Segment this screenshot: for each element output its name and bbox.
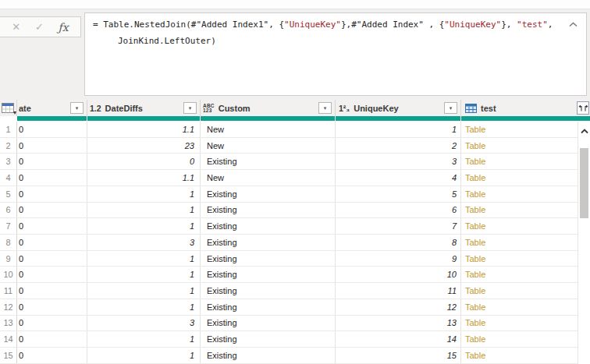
cell-custom[interactable]: New xyxy=(201,170,336,186)
row-number[interactable]: 14 xyxy=(0,331,17,347)
cell-ate[interactable]: 0 xyxy=(17,235,87,250)
cell-test-link[interactable]: Table xyxy=(461,122,590,137)
confirm-formula-button[interactable]: ✓ xyxy=(35,22,44,32)
cell-custom[interactable]: Existing xyxy=(201,283,336,299)
filter-button[interactable]: ▾ xyxy=(318,102,332,114)
cell-datediffs[interactable]: 23 xyxy=(87,138,201,154)
cell-uniquekey[interactable]: 14 xyxy=(336,331,461,347)
cell-uniquekey[interactable]: 1 xyxy=(336,122,461,137)
column-header-ate[interactable]: ate ▾ xyxy=(17,100,87,116)
cell-custom[interactable]: Existing xyxy=(201,316,336,331)
row-number[interactable]: 11 xyxy=(0,283,17,299)
cell-custom[interactable]: Existing xyxy=(201,203,336,218)
cell-datediffs[interactable]: 1 xyxy=(87,299,201,315)
cell-test-link[interactable]: Table xyxy=(461,203,590,218)
row-number[interactable]: 5 xyxy=(0,186,17,202)
fx-icon[interactable]: ƒx xyxy=(59,22,69,33)
cell-test-link[interactable]: Table xyxy=(461,186,590,202)
cell-test-link[interactable]: Table xyxy=(461,218,590,234)
select-all-button[interactable]: ▾ xyxy=(0,100,17,116)
cell-ate[interactable]: 0 xyxy=(17,316,87,331)
cell-test-link[interactable]: Table xyxy=(461,170,590,186)
row-number[interactable]: 7 xyxy=(0,218,17,234)
cell-datediffs[interactable]: 1 xyxy=(87,348,201,363)
cell-custom[interactable]: New xyxy=(201,138,336,154)
cell-uniquekey[interactable]: 15 xyxy=(336,348,461,363)
cancel-formula-button[interactable]: ✕ xyxy=(12,22,20,32)
column-header-test[interactable]: test xyxy=(461,100,590,116)
row-number[interactable]: 15 xyxy=(0,348,17,363)
cell-custom[interactable]: Existing xyxy=(201,251,336,267)
cell-custom[interactable]: Existing xyxy=(201,154,336,169)
cell-ate[interactable]: 0 xyxy=(17,251,87,267)
expand-column-button[interactable] xyxy=(577,101,589,115)
row-number[interactable]: 3 xyxy=(0,154,17,169)
cell-test-link[interactable]: Table xyxy=(461,299,590,315)
cell-ate[interactable]: 0 xyxy=(17,267,87,282)
cell-test-link[interactable]: Table xyxy=(461,251,590,267)
cell-datediffs[interactable]: 1 xyxy=(87,186,201,202)
row-number[interactable]: 10 xyxy=(0,267,17,282)
cell-test-link[interactable]: Table xyxy=(461,138,590,154)
row-number[interactable]: 4 xyxy=(0,170,17,186)
filter-button[interactable]: ▾ xyxy=(444,102,457,114)
cell-custom[interactable]: Existing xyxy=(201,348,336,363)
cell-datediffs[interactable]: 1 xyxy=(87,203,201,218)
cell-uniquekey[interactable]: 5 xyxy=(336,186,461,202)
cell-datediffs[interactable]: 1 xyxy=(87,267,201,282)
row-number[interactable]: 8 xyxy=(0,235,17,250)
cell-ate[interactable]: 0 xyxy=(17,348,87,363)
cell-custom[interactable]: Existing xyxy=(201,235,336,250)
cell-datediffs[interactable]: 3 xyxy=(87,235,201,250)
column-header-datediffs[interactable]: 1.2 DateDiffs ▾ xyxy=(87,100,201,116)
cell-ate[interactable]: 0 xyxy=(17,138,87,154)
cell-uniquekey[interactable]: 9 xyxy=(336,251,461,267)
cell-custom[interactable]: Existing xyxy=(201,331,336,347)
scrollbar-thumb[interactable] xyxy=(580,148,588,218)
cell-ate[interactable]: 0 xyxy=(17,203,87,218)
cell-ate[interactable]: 0 xyxy=(17,283,87,299)
cell-datediffs[interactable]: 1 xyxy=(87,251,201,267)
cell-datediffs[interactable]: 1 xyxy=(87,331,201,347)
cell-custom[interactable]: New xyxy=(201,122,336,137)
cell-uniquekey[interactable]: 12 xyxy=(336,299,461,315)
cell-uniquekey[interactable]: 11 xyxy=(336,283,461,299)
cell-test-link[interactable]: Table xyxy=(461,316,590,331)
cell-test-link[interactable]: Table xyxy=(461,235,590,250)
cell-test-link[interactable]: Table xyxy=(461,348,590,363)
cell-ate[interactable]: 0 xyxy=(17,299,87,315)
column-header-uniquekey[interactable]: 1²₃ UniqueKey ▾ xyxy=(336,100,461,116)
cell-uniquekey[interactable]: 4 xyxy=(336,170,461,186)
cell-test-link[interactable]: Table xyxy=(461,331,590,347)
cell-ate[interactable]: 0 xyxy=(17,218,87,234)
cell-datediffs[interactable]: 1.1 xyxy=(87,122,201,137)
collapse-formula-bar-button[interactable] xyxy=(567,19,579,29)
filter-button[interactable]: ▾ xyxy=(70,102,84,114)
row-number[interactable]: 12 xyxy=(0,299,17,315)
cell-test-link[interactable]: Table xyxy=(461,154,590,169)
filter-button[interactable]: ▾ xyxy=(183,102,197,114)
cell-test-link[interactable]: Table xyxy=(461,283,590,299)
cell-uniquekey[interactable]: 6 xyxy=(336,203,461,218)
cell-custom[interactable]: Existing xyxy=(201,299,336,315)
column-header-custom[interactable]: ABC 123 Custom ▾ xyxy=(201,100,336,116)
cell-datediffs[interactable]: 1.1 xyxy=(87,170,201,186)
cell-datediffs[interactable]: 3 xyxy=(87,316,201,331)
cell-uniquekey[interactable]: 7 xyxy=(336,218,461,234)
row-number[interactable]: 6 xyxy=(0,203,17,218)
scroll-up-button[interactable] xyxy=(578,125,590,136)
row-number[interactable]: 9 xyxy=(0,251,17,267)
cell-ate[interactable]: 0 xyxy=(17,186,87,202)
cell-custom[interactable]: Existing xyxy=(201,267,336,282)
row-number[interactable]: 13 xyxy=(0,316,17,331)
cell-ate[interactable]: 0 xyxy=(17,154,87,169)
cell-custom[interactable]: Existing xyxy=(201,186,336,202)
formula-input[interactable]: = Table.NestedJoin(#"Added Index1", {"Un… xyxy=(84,12,587,96)
cell-datediffs[interactable]: 1 xyxy=(87,218,201,234)
cell-uniquekey[interactable]: 8 xyxy=(336,235,461,250)
cell-ate[interactable]: 0 xyxy=(17,170,87,186)
cell-uniquekey[interactable]: 13 xyxy=(336,316,461,331)
row-number[interactable]: 1 xyxy=(0,122,17,137)
cell-test-link[interactable]: Table xyxy=(461,267,590,282)
cell-ate[interactable]: 0 xyxy=(17,122,87,137)
